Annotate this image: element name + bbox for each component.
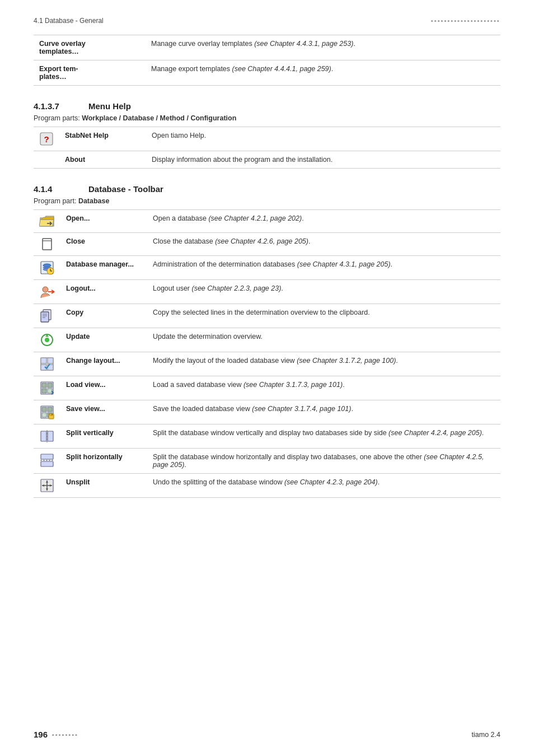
logout-icon-cell bbox=[34, 280, 60, 304]
copy-icon bbox=[40, 311, 54, 319]
close-name: Close bbox=[60, 233, 147, 256]
page-header-section: 4.1 Database - General bbox=[34, 17, 104, 25]
save-view-name: Save view... bbox=[60, 400, 147, 424]
logout-icon bbox=[40, 287, 54, 295]
split-horiz-icon-cell bbox=[34, 449, 60, 474]
table-row: Change layout... Modify the layout of th… bbox=[34, 352, 500, 376]
db-manager-desc: Administration of the determination data… bbox=[147, 256, 500, 280]
unsplit-desc: Undo the splitting of the database windo… bbox=[147, 474, 500, 498]
open-name: Open... bbox=[60, 210, 147, 233]
open-desc: Open a database (see Chapter 4.2.1, page… bbox=[147, 210, 500, 233]
copy-desc: Copy the selected lines in the determina… bbox=[147, 304, 500, 328]
page-num-value: 196 bbox=[34, 730, 48, 739]
page-number: 196 ▪▪▪▪▪▪▪▪ bbox=[34, 730, 78, 739]
svg-marker-4 bbox=[41, 217, 54, 220]
split-vertically-icon bbox=[40, 431, 54, 440]
table-row: About Display information about the prog… bbox=[34, 151, 500, 169]
svg-rect-30 bbox=[42, 389, 46, 393]
open-icon bbox=[39, 216, 55, 225]
curve-overlay-label: Curve overlaytemplates… bbox=[34, 35, 146, 60]
section-137-title: Menu Help bbox=[88, 101, 131, 111]
table-row: Curve overlaytemplates… Manage curve ove… bbox=[34, 35, 500, 60]
change-layout-name: Change layout... bbox=[60, 352, 147, 376]
save-view-icon bbox=[40, 407, 54, 416]
export-templates-label: Export tem-plates… bbox=[34, 60, 146, 86]
page-header-dots: ▪▪▪▪▪▪▪▪▪▪▪▪▪▪▪▪▪▪▪▪▪ bbox=[431, 17, 500, 24]
copy-name: Copy bbox=[60, 304, 147, 328]
table-row: Close Close the database (see Chapter 4.… bbox=[34, 233, 500, 256]
page: 4.1 Database - General ▪▪▪▪▪▪▪▪▪▪▪▪▪▪▪▪▪… bbox=[0, 0, 534, 756]
close-icon bbox=[41, 239, 53, 248]
about-icon-cell bbox=[34, 151, 59, 169]
top-section-table: Curve overlaytemplates… Manage curve ove… bbox=[34, 35, 500, 86]
table-row: Unsplit Undo the splitting of the databa… bbox=[34, 474, 500, 498]
about-desc: Display information about the program an… bbox=[146, 151, 500, 169]
split-vertically-desc: Split the database window vertically and… bbox=[147, 424, 500, 449]
svg-rect-34 bbox=[48, 407, 52, 412]
table-row: Logout... Logout user (see Chapter 2.2.3… bbox=[34, 280, 500, 304]
db-manager-name: Database manager... bbox=[60, 256, 147, 280]
db-manager-icon bbox=[40, 263, 54, 271]
svg-rect-40 bbox=[41, 431, 46, 441]
section-137-num: 4.1.3.7 bbox=[34, 101, 78, 111]
section-137-program-parts: Program parts: Workplace / Database / Me… bbox=[34, 114, 500, 122]
unsplit-name: Unsplit bbox=[60, 474, 147, 498]
footer-brand: tiamo 2.4 bbox=[472, 731, 500, 739]
unsplit-icon-cell bbox=[34, 474, 60, 498]
save-view-desc: Save the loaded database view (see Chapt… bbox=[147, 400, 500, 424]
section-114-title: Database - Toolbar bbox=[88, 184, 163, 194]
load-view-name: Load view... bbox=[60, 376, 147, 400]
svg-rect-33 bbox=[42, 407, 46, 412]
svg-rect-6 bbox=[43, 239, 51, 250]
open-icon-cell bbox=[34, 210, 60, 233]
svg-rect-16 bbox=[41, 312, 49, 322]
load-view-icon bbox=[40, 383, 54, 391]
svg-rect-39 bbox=[50, 414, 51, 416]
table-row: Update Update the determination overview… bbox=[34, 328, 500, 352]
svg-rect-41 bbox=[48, 431, 53, 441]
table-row: Open... Open a database (see Chapter 4.2… bbox=[34, 210, 500, 233]
svg-point-21 bbox=[45, 338, 49, 342]
logout-name: Logout... bbox=[60, 280, 147, 304]
svg-text:?: ? bbox=[44, 134, 49, 144]
stabnet-help-desc: Open tiamo Help. bbox=[146, 127, 500, 151]
table-row: Split vertically Split the database wind… bbox=[34, 424, 500, 449]
curve-overlay-desc: Manage curve overlay templates (see Chap… bbox=[146, 35, 500, 60]
footer-dots: ▪▪▪▪▪▪▪▪ bbox=[52, 731, 78, 738]
svg-rect-24 bbox=[48, 358, 53, 363]
svg-rect-29 bbox=[48, 383, 52, 388]
svg-rect-35 bbox=[42, 413, 46, 417]
update-icon bbox=[40, 335, 54, 343]
section-114-num: 4.1.4 bbox=[34, 184, 78, 194]
svg-point-13 bbox=[43, 287, 48, 292]
split-vert-icon-cell bbox=[34, 424, 60, 449]
page-header: 4.1 Database - General ▪▪▪▪▪▪▪▪▪▪▪▪▪▪▪▪▪… bbox=[34, 17, 500, 25]
close-icon-cell bbox=[34, 233, 60, 256]
section-114-table: Open... Open a database (see Chapter 4.2… bbox=[34, 209, 500, 498]
page-footer: 196 ▪▪▪▪▪▪▪▪ tiamo 2.4 bbox=[34, 730, 500, 739]
load-view-desc: Load a saved database view (see Chapter … bbox=[147, 376, 500, 400]
svg-rect-23 bbox=[41, 358, 46, 363]
split-horizontally-name: Split horizontally bbox=[60, 449, 147, 474]
split-horizontally-desc: Split the database window horizontally a… bbox=[147, 449, 500, 474]
logout-desc: Logout user (see Chapter 2.2.3, page 23)… bbox=[147, 280, 500, 304]
close-desc: Close the database (see Chapter 4.2.6, p… bbox=[147, 233, 500, 256]
svg-rect-31 bbox=[48, 389, 52, 393]
stabnet-help-name: StabNet Help bbox=[59, 127, 146, 151]
table-row: Copy Copy the selected lines in the dete… bbox=[34, 304, 500, 328]
unsplit-icon bbox=[40, 480, 54, 489]
change-layout-icon bbox=[40, 359, 54, 367]
table-row: Load view... Load a saved database view … bbox=[34, 376, 500, 400]
table-row: Database manager... Administration of th… bbox=[34, 256, 500, 280]
save-view-icon-cell bbox=[34, 400, 60, 424]
svg-rect-28 bbox=[42, 383, 46, 388]
about-name: About bbox=[59, 151, 146, 169]
svg-rect-44 bbox=[41, 461, 53, 466]
section-114-program-parts: Program part: Database bbox=[34, 197, 500, 205]
update-name: Update bbox=[60, 328, 147, 352]
copy-icon-cell bbox=[34, 304, 60, 328]
load-view-icon-cell bbox=[34, 376, 60, 400]
split-horizontally-icon bbox=[40, 455, 54, 464]
change-layout-icon-cell bbox=[34, 352, 60, 376]
table-row: Split horizontally Split the database wi… bbox=[34, 449, 500, 474]
